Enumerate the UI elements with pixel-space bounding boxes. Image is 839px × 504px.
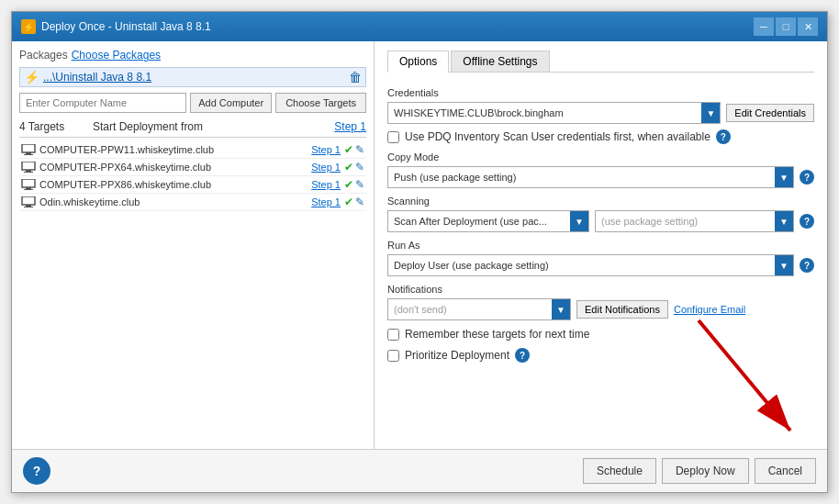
targets-count: 4 Targets xyxy=(19,120,93,133)
left-panel: Packages Choose Packages ⚡ ...\Uninstall… xyxy=(12,41,375,449)
scan-after-value: Scan After Deployment (use pac... xyxy=(388,213,570,230)
package-item-text[interactable]: ...\Uninstall Java 8 8.1 xyxy=(43,71,345,84)
notifications-arrow[interactable]: ▼ xyxy=(552,299,570,319)
edit-icon[interactable]: ✎ xyxy=(355,143,364,156)
pdq-help-icon[interactable]: ? xyxy=(716,129,731,144)
deploy-now-button[interactable]: Deploy Now xyxy=(662,458,749,484)
copy-mode-select[interactable]: Push (use package setting) ▼ xyxy=(387,166,794,188)
run-as-row: Deploy User (use package setting) ▼ ? xyxy=(387,254,814,276)
cancel-button[interactable]: Cancel xyxy=(755,458,816,484)
target-name: Odin.whiskeytime.club xyxy=(39,196,311,207)
choose-packages-link[interactable]: Choose Packages xyxy=(72,49,161,62)
step-link[interactable]: Step 1 xyxy=(311,179,341,190)
bottom-bar: ? Schedule Deploy Now Cancel xyxy=(12,449,827,492)
pdq-checkbox-row: Use PDQ Inventory Scan User credentials … xyxy=(387,129,814,144)
edit-icon[interactable]: ✎ xyxy=(355,161,364,174)
svg-rect-6 xyxy=(22,179,35,187)
credentials-select[interactable]: WHISKEYTIME.CLUB\brock.bingham ▼ xyxy=(387,102,721,124)
scan-after-select[interactable]: Scan After Deployment (use pac... ▼ xyxy=(387,210,589,232)
step-link[interactable]: Step 1 xyxy=(311,144,341,155)
target-name: COMPUTER-PPW11.whiskeytime.club xyxy=(39,144,311,155)
copy-mode-help-icon[interactable]: ? xyxy=(800,170,814,185)
step-link[interactable]: Step 1 xyxy=(311,162,341,173)
target-list: COMPUTER-PPW11.whiskeytime.club Step 1 ✔… xyxy=(19,141,366,442)
notifications-label: Notifications xyxy=(387,284,814,295)
pdq-checkbox[interactable] xyxy=(387,131,399,143)
copy-mode-value: Push (use package setting) xyxy=(388,169,775,185)
credential-row: WHISKEYTIME.CLUB\brock.bingham ▼ Edit Cr… xyxy=(387,102,814,124)
edit-icon[interactable]: ✎ xyxy=(355,178,364,191)
notification-row: (don't send) ▼ Edit Notifications Config… xyxy=(387,298,814,320)
check-icon: ✔ xyxy=(344,143,353,156)
scan-setting-arrow[interactable]: ▼ xyxy=(775,211,793,231)
notifications-select[interactable]: (don't send) ▼ xyxy=(387,298,571,320)
notifications-section: Notifications (don't send) ▼ Edit Notifi… xyxy=(387,284,814,320)
step-link-header[interactable]: Step 1 xyxy=(334,120,366,133)
help-button[interactable]: ? xyxy=(23,457,50,485)
schedule-button[interactable]: Schedule xyxy=(583,458,656,484)
check-icon: ✔ xyxy=(344,178,353,191)
edit-icon[interactable]: ✎ xyxy=(355,196,364,208)
copy-mode-arrow[interactable]: ▼ xyxy=(775,167,793,187)
scan-after-arrow[interactable]: ▼ xyxy=(570,211,588,231)
computer-icon xyxy=(21,162,36,173)
main-content: Packages Choose Packages ⚡ ...\Uninstall… xyxy=(12,41,827,449)
scanning-help-icon[interactable]: ? xyxy=(800,214,814,229)
prioritize-row: Prioritize Deployment ? xyxy=(387,348,814,363)
minimize-button[interactable]: ─ xyxy=(754,17,774,36)
copy-mode-label: Copy Mode xyxy=(387,151,814,162)
svg-rect-0 xyxy=(22,144,35,152)
check-icon: ✔ xyxy=(344,161,353,174)
edit-notifications-button[interactable]: Edit Notifications xyxy=(576,300,668,319)
title-bar-left: ⚡ Deploy Once - Uninstall Java 8 8.1 xyxy=(21,19,211,34)
svg-rect-4 xyxy=(26,170,31,172)
computer-row: Add Computer Choose Targets xyxy=(19,93,366,113)
tabs: Options Offline Settings xyxy=(387,50,814,73)
package-item: ⚡ ...\Uninstall Java 8 8.1 🗑 xyxy=(19,67,366,87)
computer-icon xyxy=(21,196,36,207)
title-bar: ⚡ Deploy Once - Uninstall Java 8 8.1 ─ □… xyxy=(12,12,827,41)
run-as-section: Run As Deploy User (use package setting)… xyxy=(387,240,814,276)
tab-options[interactable]: Options xyxy=(387,50,449,73)
scanning-section: Scanning Scan After Deployment (use pac.… xyxy=(387,196,814,232)
tab-offline-settings[interactable]: Offline Settings xyxy=(451,50,549,72)
svg-rect-10 xyxy=(26,205,31,207)
right-panel-wrapper: Options Offline Settings Credentials WHI… xyxy=(375,41,827,449)
right-panel: Options Offline Settings Credentials WHI… xyxy=(375,41,827,449)
svg-rect-9 xyxy=(22,196,35,205)
scan-setting-select[interactable]: (use package setting) ▼ xyxy=(595,210,794,232)
run-as-arrow[interactable]: ▼ xyxy=(775,255,793,275)
targets-header: 4 Targets Start Deployment from Step 1 xyxy=(19,120,366,138)
credentials-dropdown-arrow[interactable]: ▼ xyxy=(701,103,720,123)
svg-rect-7 xyxy=(26,187,31,189)
step-link[interactable]: Step 1 xyxy=(311,196,341,207)
check-icon: ✔ xyxy=(344,196,353,208)
table-row: Odin.whiskeytime.club Step 1 ✔ ✎ xyxy=(19,194,366,211)
maximize-button[interactable]: □ xyxy=(776,17,796,36)
delete-icon[interactable]: 🗑 xyxy=(349,70,362,84)
run-as-select[interactable]: Deploy User (use package setting) ▼ xyxy=(387,254,794,276)
target-name: COMPUTER-PPX86.whiskeytime.club xyxy=(39,179,311,190)
add-computer-button[interactable]: Add Computer xyxy=(190,93,272,113)
run-as-help-icon[interactable]: ? xyxy=(800,258,814,273)
choose-targets-button[interactable]: Choose Targets xyxy=(275,93,366,113)
computer-name-input[interactable] xyxy=(19,93,186,113)
main-window: ⚡ Deploy Once - Uninstall Java 8 8.1 ─ □… xyxy=(11,11,828,493)
computer-icon xyxy=(21,179,36,190)
configure-email-link[interactable]: Configure Email xyxy=(674,304,745,315)
remember-row: Remember these targets for next time xyxy=(387,328,814,341)
prioritize-help-icon[interactable]: ? xyxy=(515,348,530,363)
table-row: COMPUTER-PPX86.whiskeytime.club Step 1 ✔… xyxy=(19,176,366,194)
target-name: COMPUTER-PPX64.whiskeytime.club xyxy=(39,162,311,173)
scan-setting-placeholder: (use package setting) xyxy=(596,213,775,230)
edit-credentials-button[interactable]: Edit Credentials xyxy=(726,104,814,122)
prioritize-checkbox[interactable] xyxy=(387,350,399,362)
svg-rect-1 xyxy=(26,152,31,154)
run-as-value: Deploy User (use package setting) xyxy=(388,257,775,274)
package-icon: ⚡ xyxy=(24,70,39,84)
run-as-label: Run As xyxy=(387,240,814,251)
close-button[interactable]: ✕ xyxy=(798,17,818,36)
credentials-section: Credentials WHISKEYTIME.CLUB\brock.bingh… xyxy=(387,87,814,144)
remember-checkbox[interactable] xyxy=(387,329,399,341)
credentials-label: Credentials xyxy=(387,87,814,98)
